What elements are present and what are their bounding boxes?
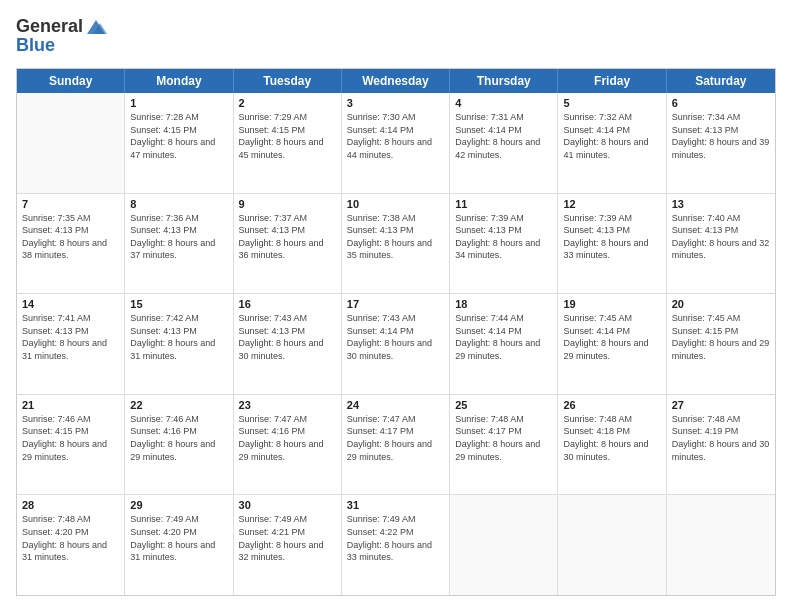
day-info: Sunrise: 7:45 AMSunset: 4:15 PMDaylight:…	[672, 312, 770, 362]
calendar-cell	[558, 495, 666, 595]
calendar-cell: 25Sunrise: 7:48 AMSunset: 4:17 PMDayligh…	[450, 395, 558, 495]
calendar-cell: 2Sunrise: 7:29 AMSunset: 4:15 PMDaylight…	[234, 93, 342, 193]
day-info: Sunrise: 7:43 AMSunset: 4:14 PMDaylight:…	[347, 312, 444, 362]
calendar-cell: 13Sunrise: 7:40 AMSunset: 4:13 PMDayligh…	[667, 194, 775, 294]
day-info: Sunrise: 7:46 AMSunset: 4:15 PMDaylight:…	[22, 413, 119, 463]
calendar-cell: 28Sunrise: 7:48 AMSunset: 4:20 PMDayligh…	[17, 495, 125, 595]
day-number: 5	[563, 97, 660, 109]
calendar-row-4: 28Sunrise: 7:48 AMSunset: 4:20 PMDayligh…	[17, 495, 775, 595]
day-info: Sunrise: 7:48 AMSunset: 4:18 PMDaylight:…	[563, 413, 660, 463]
calendar-cell: 9Sunrise: 7:37 AMSunset: 4:13 PMDaylight…	[234, 194, 342, 294]
day-number: 28	[22, 499, 119, 511]
day-number: 20	[672, 298, 770, 310]
calendar-cell: 15Sunrise: 7:42 AMSunset: 4:13 PMDayligh…	[125, 294, 233, 394]
day-number: 12	[563, 198, 660, 210]
calendar-cell: 27Sunrise: 7:48 AMSunset: 4:19 PMDayligh…	[667, 395, 775, 495]
day-info: Sunrise: 7:43 AMSunset: 4:13 PMDaylight:…	[239, 312, 336, 362]
header-day-tuesday: Tuesday	[234, 69, 342, 93]
day-number: 16	[239, 298, 336, 310]
day-number: 29	[130, 499, 227, 511]
calendar-row-1: 7Sunrise: 7:35 AMSunset: 4:13 PMDaylight…	[17, 194, 775, 295]
calendar-row-3: 21Sunrise: 7:46 AMSunset: 4:15 PMDayligh…	[17, 395, 775, 496]
calendar-cell: 12Sunrise: 7:39 AMSunset: 4:13 PMDayligh…	[558, 194, 666, 294]
day-number: 24	[347, 399, 444, 411]
day-number: 4	[455, 97, 552, 109]
day-info: Sunrise: 7:49 AMSunset: 4:21 PMDaylight:…	[239, 513, 336, 563]
calendar-cell: 22Sunrise: 7:46 AMSunset: 4:16 PMDayligh…	[125, 395, 233, 495]
day-number: 27	[672, 399, 770, 411]
day-number: 15	[130, 298, 227, 310]
calendar-body: 1Sunrise: 7:28 AMSunset: 4:15 PMDaylight…	[17, 93, 775, 595]
day-number: 9	[239, 198, 336, 210]
day-number: 21	[22, 399, 119, 411]
logo-general-text: General	[16, 16, 83, 37]
day-number: 10	[347, 198, 444, 210]
day-info: Sunrise: 7:48 AMSunset: 4:19 PMDaylight:…	[672, 413, 770, 463]
calendar-cell: 6Sunrise: 7:34 AMSunset: 4:13 PMDaylight…	[667, 93, 775, 193]
header-day-friday: Friday	[558, 69, 666, 93]
day-info: Sunrise: 7:28 AMSunset: 4:15 PMDaylight:…	[130, 111, 227, 161]
logo: General Blue	[16, 16, 107, 56]
day-info: Sunrise: 7:32 AMSunset: 4:14 PMDaylight:…	[563, 111, 660, 161]
day-info: Sunrise: 7:45 AMSunset: 4:14 PMDaylight:…	[563, 312, 660, 362]
day-number: 30	[239, 499, 336, 511]
calendar-cell: 14Sunrise: 7:41 AMSunset: 4:13 PMDayligh…	[17, 294, 125, 394]
calendar-cell: 17Sunrise: 7:43 AMSunset: 4:14 PMDayligh…	[342, 294, 450, 394]
calendar-header: SundayMondayTuesdayWednesdayThursdayFrid…	[17, 69, 775, 93]
calendar-cell: 19Sunrise: 7:45 AMSunset: 4:14 PMDayligh…	[558, 294, 666, 394]
calendar-row-0: 1Sunrise: 7:28 AMSunset: 4:15 PMDaylight…	[17, 93, 775, 194]
calendar-cell: 3Sunrise: 7:30 AMSunset: 4:14 PMDaylight…	[342, 93, 450, 193]
calendar-cell	[17, 93, 125, 193]
day-number: 14	[22, 298, 119, 310]
header-day-thursday: Thursday	[450, 69, 558, 93]
logo-blue-text: Blue	[16, 35, 107, 56]
calendar-cell: 16Sunrise: 7:43 AMSunset: 4:13 PMDayligh…	[234, 294, 342, 394]
day-info: Sunrise: 7:38 AMSunset: 4:13 PMDaylight:…	[347, 212, 444, 262]
day-info: Sunrise: 7:44 AMSunset: 4:14 PMDaylight:…	[455, 312, 552, 362]
day-info: Sunrise: 7:39 AMSunset: 4:13 PMDaylight:…	[563, 212, 660, 262]
day-info: Sunrise: 7:29 AMSunset: 4:15 PMDaylight:…	[239, 111, 336, 161]
day-info: Sunrise: 7:49 AMSunset: 4:22 PMDaylight:…	[347, 513, 444, 563]
calendar-cell: 1Sunrise: 7:28 AMSunset: 4:15 PMDaylight…	[125, 93, 233, 193]
day-number: 23	[239, 399, 336, 411]
day-info: Sunrise: 7:35 AMSunset: 4:13 PMDaylight:…	[22, 212, 119, 262]
day-number: 19	[563, 298, 660, 310]
day-info: Sunrise: 7:48 AMSunset: 4:20 PMDaylight:…	[22, 513, 119, 563]
header-day-sunday: Sunday	[17, 69, 125, 93]
calendar-cell: 11Sunrise: 7:39 AMSunset: 4:13 PMDayligh…	[450, 194, 558, 294]
calendar-cell: 26Sunrise: 7:48 AMSunset: 4:18 PMDayligh…	[558, 395, 666, 495]
day-number: 6	[672, 97, 770, 109]
day-number: 2	[239, 97, 336, 109]
calendar-cell: 31Sunrise: 7:49 AMSunset: 4:22 PMDayligh…	[342, 495, 450, 595]
day-info: Sunrise: 7:47 AMSunset: 4:16 PMDaylight:…	[239, 413, 336, 463]
calendar-cell: 5Sunrise: 7:32 AMSunset: 4:14 PMDaylight…	[558, 93, 666, 193]
calendar-cell: 24Sunrise: 7:47 AMSunset: 4:17 PMDayligh…	[342, 395, 450, 495]
logo-icon	[85, 18, 107, 36]
page: General Blue SundayMondayTuesdayWednesda…	[0, 0, 792, 612]
day-info: Sunrise: 7:48 AMSunset: 4:17 PMDaylight:…	[455, 413, 552, 463]
header-day-saturday: Saturday	[667, 69, 775, 93]
day-info: Sunrise: 7:34 AMSunset: 4:13 PMDaylight:…	[672, 111, 770, 161]
day-number: 17	[347, 298, 444, 310]
day-info: Sunrise: 7:40 AMSunset: 4:13 PMDaylight:…	[672, 212, 770, 262]
day-info: Sunrise: 7:42 AMSunset: 4:13 PMDaylight:…	[130, 312, 227, 362]
day-number: 31	[347, 499, 444, 511]
calendar-cell: 18Sunrise: 7:44 AMSunset: 4:14 PMDayligh…	[450, 294, 558, 394]
day-number: 7	[22, 198, 119, 210]
calendar-row-2: 14Sunrise: 7:41 AMSunset: 4:13 PMDayligh…	[17, 294, 775, 395]
day-info: Sunrise: 7:31 AMSunset: 4:14 PMDaylight:…	[455, 111, 552, 161]
calendar-cell: 23Sunrise: 7:47 AMSunset: 4:16 PMDayligh…	[234, 395, 342, 495]
header-day-wednesday: Wednesday	[342, 69, 450, 93]
calendar-cell	[667, 495, 775, 595]
calendar-cell: 4Sunrise: 7:31 AMSunset: 4:14 PMDaylight…	[450, 93, 558, 193]
day-number: 13	[672, 198, 770, 210]
day-info: Sunrise: 7:37 AMSunset: 4:13 PMDaylight:…	[239, 212, 336, 262]
day-number: 11	[455, 198, 552, 210]
day-number: 18	[455, 298, 552, 310]
day-info: Sunrise: 7:41 AMSunset: 4:13 PMDaylight:…	[22, 312, 119, 362]
header: General Blue	[16, 16, 776, 56]
calendar-cell: 8Sunrise: 7:36 AMSunset: 4:13 PMDaylight…	[125, 194, 233, 294]
day-info: Sunrise: 7:36 AMSunset: 4:13 PMDaylight:…	[130, 212, 227, 262]
day-info: Sunrise: 7:49 AMSunset: 4:20 PMDaylight:…	[130, 513, 227, 563]
calendar: SundayMondayTuesdayWednesdayThursdayFrid…	[16, 68, 776, 596]
